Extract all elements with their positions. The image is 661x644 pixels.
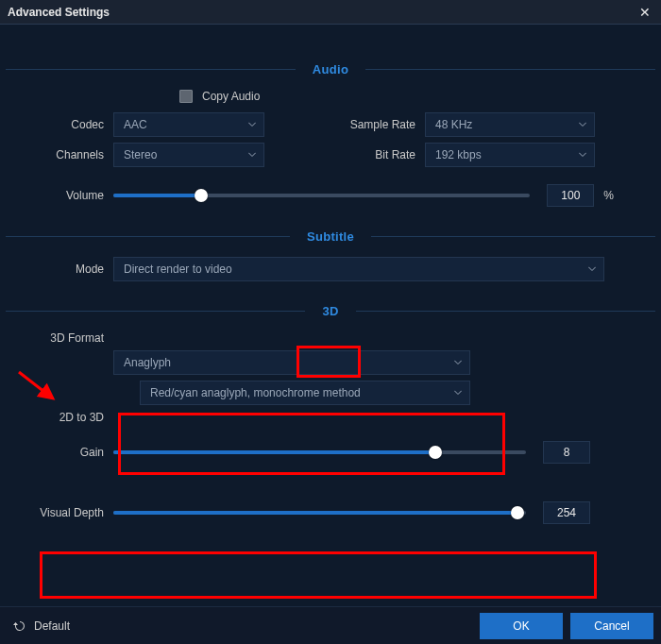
- gain-fill: [113, 450, 435, 454]
- titlebar: Advanced Settings ✕: [0, 0, 661, 25]
- section-label-subtitle: Subtitle: [290, 229, 371, 244]
- codec-label: Codec: [0, 118, 113, 131]
- channels-select[interactable]: Stereo: [113, 143, 264, 167]
- mode-label: Mode: [0, 263, 113, 276]
- 3d-format-value: Anaglyph: [124, 356, 171, 369]
- codec-value: AAC: [124, 118, 147, 131]
- advanced-settings-window: Advanced Settings ✕ Audio Copy Audio Cod…: [0, 0, 661, 644]
- visual-depth-fill: [113, 511, 517, 515]
- samplerate-select[interactable]: 48 KHz: [425, 112, 595, 137]
- section-header-3d: 3D: [0, 304, 661, 318]
- 3d-format-select[interactable]: Anaglyph: [113, 350, 470, 375]
- samplerate-label: Sample Rate: [330, 118, 425, 131]
- default-label: Default: [34, 619, 70, 633]
- gain-value[interactable]: 8: [543, 441, 590, 464]
- divider: [365, 69, 655, 70]
- close-icon[interactable]: ✕: [636, 5, 653, 20]
- ok-button[interactable]: OK: [480, 613, 563, 639]
- window-body: Audio Copy Audio Codec AAC Sample Rate 4…: [0, 25, 661, 606]
- copy-audio-row: Copy Audio: [179, 90, 661, 103]
- 3d-format-label: 3D Format: [0, 331, 113, 345]
- volume-value[interactable]: 100: [547, 184, 594, 207]
- 3d-method-select[interactable]: Red/cyan anaglyph, monochrome method: [140, 381, 470, 405]
- divider: [6, 311, 305, 312]
- footer: Default OK Cancel: [0, 606, 661, 644]
- visual-depth-thumb[interactable]: [511, 506, 524, 519]
- channels-value: Stereo: [124, 148, 157, 161]
- copy-audio-label: Copy Audio: [202, 90, 260, 103]
- samplerate-value: 48 KHz: [435, 118, 472, 131]
- 3d-method-value: Red/cyan anaglyph, monochrome method: [150, 386, 361, 399]
- volume-label: Volume: [0, 189, 113, 202]
- cancel-button[interactable]: Cancel: [570, 613, 653, 639]
- bitrate-label: Bit Rate: [330, 148, 425, 161]
- chevron-down-icon: [454, 361, 462, 365]
- visual-depth-slider[interactable]: [113, 503, 526, 522]
- divider: [6, 236, 290, 237]
- bitrate-select[interactable]: 192 kbps: [425, 143, 595, 167]
- visual-depth-value[interactable]: 254: [543, 501, 590, 524]
- gain-label: Gain: [0, 446, 113, 459]
- volume-unit: %: [603, 189, 614, 202]
- channels-label: Channels: [0, 148, 113, 161]
- window-title: Advanced Settings: [8, 6, 110, 19]
- mode-value: Direct render to video: [124, 263, 232, 276]
- chevron-down-icon: [248, 123, 256, 127]
- volume-fill: [113, 194, 201, 197]
- chevron-down-icon: [579, 123, 586, 127]
- gain-slider[interactable]: [113, 443, 526, 462]
- default-button[interactable]: Default: [8, 616, 76, 636]
- 2d-to-3d-label: 2D to 3D: [0, 411, 113, 424]
- divider: [6, 69, 296, 70]
- chevron-down-icon: [588, 267, 596, 272]
- volume-thumb[interactable]: [195, 189, 208, 202]
- chevron-down-icon: [454, 391, 462, 396]
- section-label-audio: Audio: [296, 62, 365, 76]
- codec-select[interactable]: AAC: [113, 112, 264, 137]
- visual-depth-label: Visual Depth: [0, 506, 113, 519]
- bitrate-value: 192 kbps: [435, 148, 482, 161]
- chevron-down-icon: [248, 153, 256, 158]
- chevron-down-icon: [579, 153, 586, 158]
- volume-slider[interactable]: [113, 186, 530, 205]
- gain-thumb[interactable]: [429, 446, 442, 459]
- reset-icon: [13, 619, 26, 633]
- section-header-subtitle: Subtitle: [0, 229, 661, 244]
- divider: [371, 236, 655, 237]
- divider: [356, 311, 655, 312]
- section-header-audio: Audio: [0, 62, 661, 76]
- mode-select[interactable]: Direct render to video: [113, 257, 604, 281]
- section-label-3d: 3D: [305, 304, 355, 318]
- copy-audio-checkbox[interactable]: [179, 90, 193, 103]
